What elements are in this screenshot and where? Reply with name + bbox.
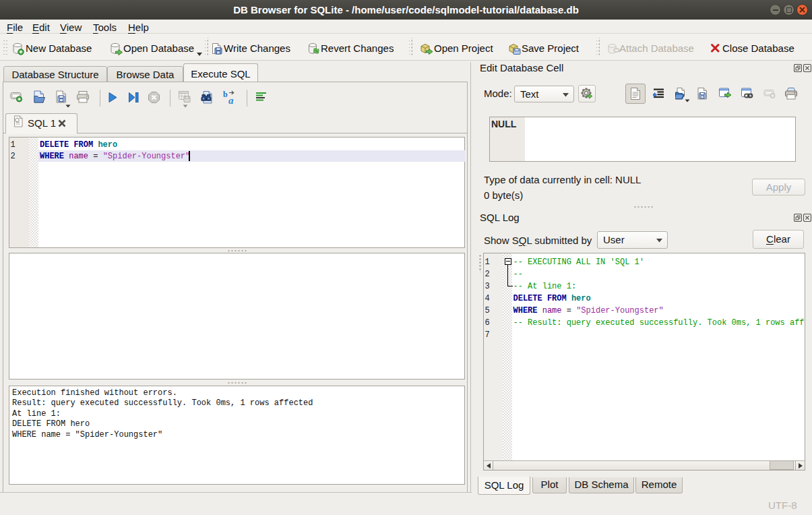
svg-text:a: a	[228, 95, 234, 104]
svg-text:b: b	[223, 90, 228, 99]
